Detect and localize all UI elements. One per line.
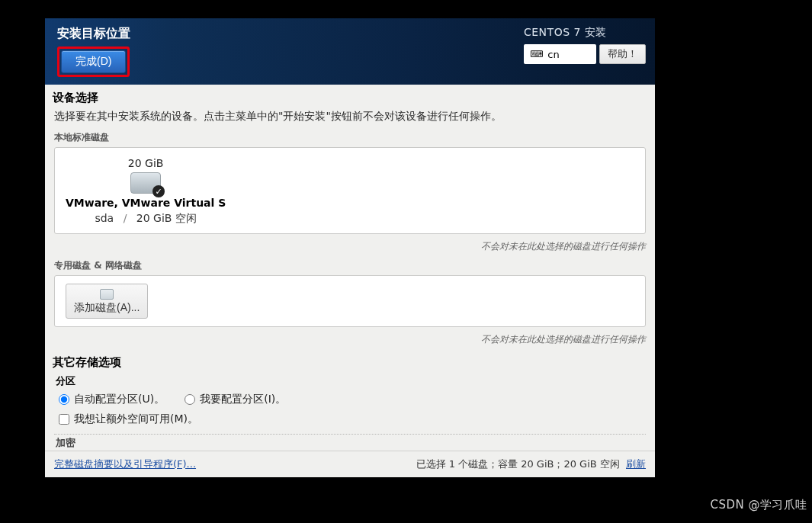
divider [54,434,646,435]
disk-free: 20 GiB 空闲 [136,212,197,224]
disk-item[interactable]: 20 GiB ✓ VMware, VMware Virtual S sda / … [66,157,226,226]
separator: / [124,212,127,224]
main-content: 设备选择 选择要在其中安装系统的设备。点击主菜单中的"开始安装"按钮前不会对该设… [45,85,655,451]
help-button[interactable]: 帮助！ [599,44,646,64]
auto-partition-radio[interactable] [59,394,69,405]
installer-name: CENTOS 7 安装 [524,26,607,40]
selection-status: 已选择 1 个磁盘；容量 20 GiB；20 GiB 空闲 [416,458,620,470]
auto-partition-label: 自动配置分区(U)。 [74,393,165,406]
special-disks-note: 不会对未在此处选择的磁盘进行任何操作 [45,332,655,352]
add-disk-button[interactable]: 添加磁盘(A)... [66,284,148,319]
disk-name: VMware, VMware Virtual S [66,197,226,209]
done-button[interactable]: 完成(D) [61,50,126,73]
partition-label: 分区 [45,373,655,390]
disk-detail: sda / 20 GiB 空闲 [95,212,196,226]
refresh-link[interactable]: 刷新 [626,458,646,470]
extra-space-label: 我想让额外空间可用(M)。 [74,412,198,426]
keyboard-layout-selector[interactable]: ⌨ cn [524,44,596,64]
add-disk-label: 添加磁盘(A)... [74,301,140,315]
header-left: 安装目标位置 完成(D) [57,26,130,77]
extra-space-checkbox[interactable] [59,414,69,425]
disk-ident: sda [95,212,114,224]
keyboard-icon: ⌨ [530,49,543,59]
device-selection-title: 设备选择 [45,85,655,107]
footer-status: 已选择 1 个磁盘；容量 20 GiB；20 GiB 空闲 刷新 [416,457,647,471]
local-disks-label: 本地标准磁盘 [45,131,655,147]
keyboard-layout-code: cn [547,49,559,60]
disk-summary-link[interactable]: 完整磁盘摘要以及引导程序(F)... [54,457,196,471]
footer-bar: 完整磁盘摘要以及引导程序(F)... 已选择 1 个磁盘；容量 20 GiB；2… [45,451,655,477]
local-disks-note: 不会对未在此处选择的磁盘进行任何操作 [45,239,655,259]
encrypt-label: 加密 [45,436,655,450]
manual-partition-radio[interactable] [185,394,195,405]
hard-drive-icon: ✓ [130,172,161,194]
partition-radio-row: 自动配置分区(U)。 我要配置分区(I)。 [45,390,655,409]
add-disk-icon [100,289,114,300]
header-bar: 安装目标位置 完成(D) CENTOS 7 安装 ⌨ cn 帮助！ [45,18,655,85]
manual-partition-option[interactable]: 我要配置分区(I)。 [185,393,286,406]
special-disks-panel: 添加磁盘(A)... [54,275,646,327]
header-right: CENTOS 7 安装 ⌨ cn 帮助！ [524,26,646,64]
lang-help-row: ⌨ cn 帮助！ [524,44,646,64]
local-disks-panel: 20 GiB ✓ VMware, VMware Virtual S sda / … [54,147,646,234]
special-disks-label: 专用磁盘 & 网络磁盘 [45,259,655,275]
disk-size: 20 GiB [128,157,164,169]
page-title: 安装目标位置 [57,26,130,42]
done-button-highlight: 完成(D) [57,47,130,77]
extra-space-option[interactable]: 我想让额外空间可用(M)。 [59,412,641,426]
manual-partition-label: 我要配置分区(I)。 [200,393,286,406]
other-storage-title: 其它存储选项 [45,352,655,373]
device-selection-desc: 选择要在其中安装系统的设备。点击主菜单中的"开始安装"按钮前不会对该设备进行任何… [45,107,655,131]
installer-window: 安装目标位置 完成(D) CENTOS 7 安装 ⌨ cn 帮助！ 设备选择 选… [45,18,655,477]
extra-space-row: 我想让额外空间可用(M)。 [45,409,655,431]
auto-partition-option[interactable]: 自动配置分区(U)。 [59,393,165,406]
check-icon: ✓ [152,185,165,197]
watermark: CSDN @学习爪哇 [710,498,807,512]
